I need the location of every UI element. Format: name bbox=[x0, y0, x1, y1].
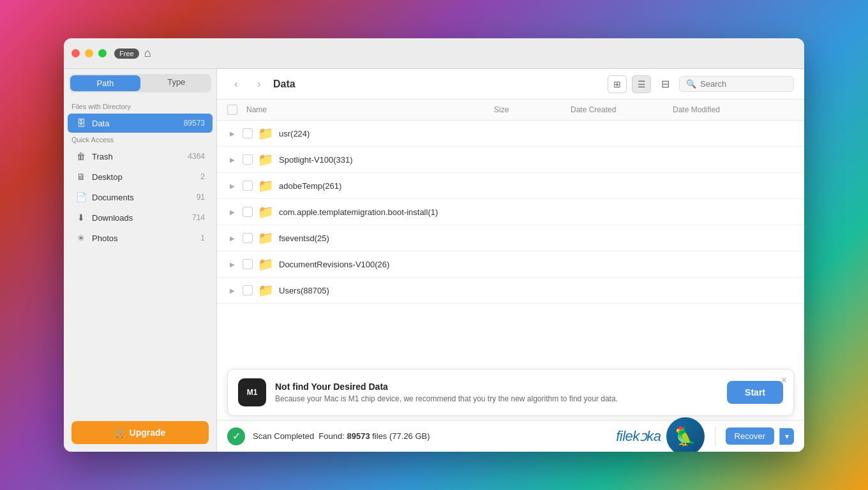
downloads-icon: ⬇ bbox=[75, 212, 87, 223]
row-file-name: fseventsd(25) bbox=[279, 234, 494, 243]
expand-icon[interactable]: ▶ bbox=[227, 154, 237, 165]
sidebar-item-documents[interactable]: 📄 Documents 91 bbox=[68, 188, 213, 207]
sidebar-item-desktop-count: 2 bbox=[200, 172, 205, 181]
table-row[interactable]: ▶ 📁 Users(88705) bbox=[217, 278, 804, 304]
home-button[interactable]: ⌂ bbox=[144, 47, 151, 60]
table-row[interactable]: ▶ 📁 DocumentRevisions-V100(26) bbox=[217, 251, 804, 278]
sidebar-upgrade: 🛒 Upgrade bbox=[64, 413, 216, 452]
expand-icon[interactable]: ▶ bbox=[227, 207, 237, 217]
banner-close-button[interactable]: × bbox=[781, 375, 787, 386]
row-checkbox[interactable] bbox=[243, 154, 253, 165]
upgrade-button[interactable]: 🛒 Upgrade bbox=[71, 421, 209, 444]
titlebar: Free ⌂ bbox=[64, 38, 804, 69]
recover-button[interactable]: Recover bbox=[726, 427, 774, 445]
filekoka-text: filekɔka bbox=[616, 428, 661, 445]
scan-complete-icon: ✓ bbox=[227, 427, 245, 445]
filekoka-bird-icon: 🦜 bbox=[666, 417, 705, 452]
folder-icon: 📁 bbox=[258, 230, 274, 246]
sidebar-item-data-label: Data bbox=[92, 119, 184, 128]
sidebar-item-photos-label: Photos bbox=[92, 234, 200, 243]
banner-title: Not find Your Desired Data bbox=[275, 382, 718, 392]
m1-banner: M1 Not find Your Desired Data Because yo… bbox=[227, 369, 794, 416]
expand-icon[interactable]: ▶ bbox=[227, 128, 237, 138]
folder-icon: 📁 bbox=[258, 152, 274, 167]
row-file-name: adobeTemp(261) bbox=[279, 181, 494, 191]
back-button[interactable]: ‹ bbox=[227, 75, 245, 93]
file-toolbar: ‹ › Data ⊞ ☰ ⊟ 🔍 bbox=[217, 69, 804, 100]
table-header: Name Size Date Created Date Modified bbox=[217, 100, 804, 121]
close-button[interactable] bbox=[71, 49, 80, 57]
row-file-name: usr(224) bbox=[279, 129, 494, 138]
status-divider bbox=[715, 427, 715, 446]
search-box: 🔍 bbox=[679, 76, 794, 92]
table-row[interactable]: ▶ 📁 fseventsd(25) bbox=[217, 225, 804, 251]
sidebar-item-documents-label: Documents bbox=[92, 193, 197, 202]
row-file-name: Users(88705) bbox=[279, 286, 494, 295]
folder-icon: 📁 bbox=[258, 204, 274, 219]
row-checkbox[interactable] bbox=[243, 233, 253, 243]
grid-view-button[interactable]: ⊞ bbox=[608, 75, 627, 93]
expand-icon[interactable]: ▶ bbox=[227, 233, 237, 243]
row-checkbox[interactable] bbox=[243, 181, 253, 191]
sidebar-item-downloads-count: 714 bbox=[192, 213, 205, 222]
sidebar-item-data[interactable]: 🗄 Data 89573 bbox=[68, 114, 213, 133]
row-file-name: com.apple.templatemigration.boot-install… bbox=[279, 207, 494, 217]
list-view-button[interactable]: ☰ bbox=[632, 75, 651, 93]
folder-icon: 📁 bbox=[258, 126, 274, 141]
desktop-icon: 🖥 bbox=[75, 171, 87, 182]
quick-access-label: Quick Access bbox=[64, 133, 216, 146]
row-checkbox[interactable] bbox=[243, 207, 253, 217]
select-all-checkbox[interactable] bbox=[227, 105, 237, 115]
forward-button[interactable]: › bbox=[250, 75, 268, 93]
sidebar-item-desktop[interactable]: 🖥 Desktop 2 bbox=[68, 167, 213, 186]
banner-text: Not find Your Desired Data Because your … bbox=[275, 382, 718, 403]
table-row[interactable]: ▶ 📁 com.apple.templatemigration.boot-ins… bbox=[217, 199, 804, 225]
status-bar: ✓ Scan Completed Found: 89573 files (77.… bbox=[217, 420, 804, 452]
sidebar-item-trash[interactable]: 🗑 Trash 4364 bbox=[68, 147, 213, 166]
banner-description: Because your Mac is M1 chip device, we r… bbox=[275, 394, 718, 403]
sidebar-item-data-count: 89573 bbox=[184, 119, 205, 128]
search-input[interactable] bbox=[700, 79, 789, 89]
expand-icon[interactable]: ▶ bbox=[227, 181, 237, 191]
table-row[interactable]: ▶ 📁 Spotlight-V100(331) bbox=[217, 147, 804, 173]
table-row[interactable]: ▶ 📁 usr(224) bbox=[217, 121, 804, 147]
sidebar-item-desktop-label: Desktop bbox=[92, 172, 200, 182]
table-row[interactable]: ▶ 📁 adobeTemp(261) bbox=[217, 173, 804, 199]
filekoka-logo: filekɔka 🦜 bbox=[616, 417, 704, 452]
free-badge: Free bbox=[114, 48, 139, 59]
tab-path[interactable]: Path bbox=[70, 75, 140, 91]
database-icon: 🗄 bbox=[75, 117, 87, 129]
sidebar: Path Type Files with Directory 🗄 Data 89… bbox=[64, 69, 217, 452]
recover-section: Recover ▾ bbox=[726, 427, 794, 445]
row-checkbox[interactable] bbox=[243, 259, 253, 269]
sidebar-tab-row: Path Type bbox=[69, 74, 211, 93]
app-window: Free ⌂ Path Type Files with Directory 🗄 … bbox=[64, 38, 804, 452]
folder-icon: 📁 bbox=[258, 178, 274, 193]
sidebar-item-documents-count: 91 bbox=[197, 193, 205, 202]
sidebar-item-trash-label: Trash bbox=[92, 152, 188, 161]
documents-icon: 📄 bbox=[75, 191, 87, 203]
minimize-button[interactable] bbox=[85, 49, 93, 57]
filter-button[interactable]: ⊟ bbox=[656, 75, 674, 93]
recover-dropdown-button[interactable]: ▾ bbox=[779, 428, 794, 445]
page-title: Data bbox=[273, 78, 602, 90]
row-checkbox[interactable] bbox=[243, 128, 253, 138]
file-pane: ‹ › Data ⊞ ☰ ⊟ 🔍 Name Size Date Created bbox=[217, 69, 804, 452]
file-detail: files (77.26 GB) bbox=[372, 431, 430, 441]
files-directory-label: Files with Directory bbox=[64, 100, 216, 113]
scan-complete-label: Scan Completed bbox=[253, 431, 314, 441]
folder-icon: 📁 bbox=[258, 283, 274, 298]
col-header-date-modified: Date Modified bbox=[673, 105, 775, 114]
sidebar-item-downloads[interactable]: ⬇ Downloads 714 bbox=[68, 208, 213, 227]
row-file-name: DocumentRevisions-V100(26) bbox=[279, 260, 494, 269]
status-text: Scan Completed Found: 89573 files (77.26… bbox=[253, 431, 430, 441]
expand-icon[interactable]: ▶ bbox=[227, 259, 237, 269]
sidebar-item-photos[interactable]: ✳ Photos 1 bbox=[68, 228, 213, 248]
start-button[interactable]: Start bbox=[727, 381, 783, 404]
tab-type[interactable]: Type bbox=[142, 74, 212, 93]
trash-icon: 🗑 bbox=[75, 151, 87, 162]
expand-icon[interactable]: ▶ bbox=[227, 285, 237, 295]
row-checkbox[interactable] bbox=[243, 285, 253, 295]
sidebar-item-downloads-label: Downloads bbox=[92, 213, 192, 223]
maximize-button[interactable] bbox=[98, 49, 107, 57]
